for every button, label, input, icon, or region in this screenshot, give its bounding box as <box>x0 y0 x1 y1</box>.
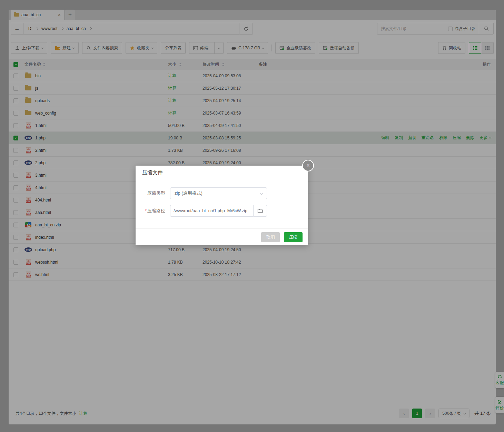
required-asterisk: * <box>145 208 147 213</box>
compress-type-label: 压缩类型 <box>147 190 165 196</box>
compress-path-input[interactable] <box>170 205 253 217</box>
compress-dialog: × 压缩文件 压缩类型 zip (通用格式) *压缩路径 <box>136 166 308 245</box>
folder-open-icon <box>257 208 263 213</box>
cancel-button[interactable]: 取消 <box>261 232 280 242</box>
compress-type-select[interactable]: zip (通用格式) <box>170 187 267 199</box>
browse-path-button[interactable] <box>253 205 267 217</box>
compress-button[interactable]: 压缩 <box>284 232 303 242</box>
screen: aaa_bt_cn × + ← D: wwwroot aaa_bt_cn <box>0 0 504 432</box>
dialog-title: 压缩文件 <box>136 166 308 180</box>
compress-path-label: 压缩路径 <box>147 208 165 213</box>
compress-type-value: zip (通用格式) <box>175 190 202 196</box>
dialog-close-button[interactable]: × <box>302 160 314 171</box>
chevron-down-icon <box>260 192 263 195</box>
